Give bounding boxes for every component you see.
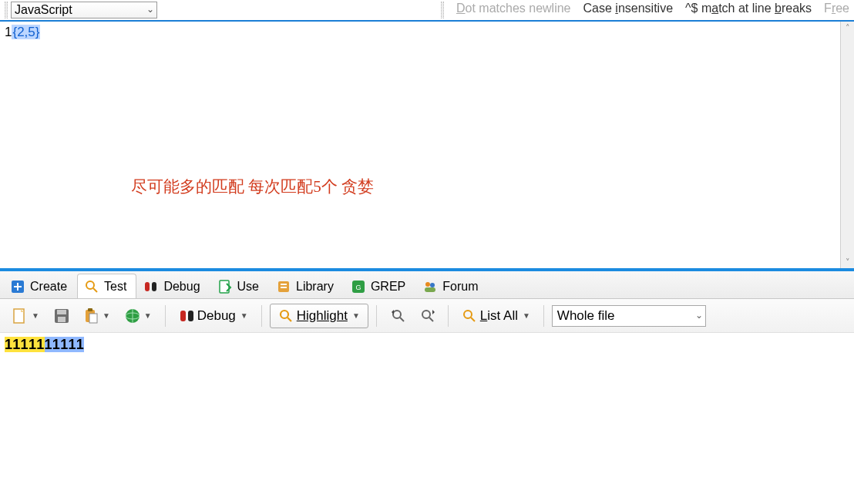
svg-rect-24 [180, 311, 186, 321]
svg-rect-16 [57, 310, 66, 314]
chevron-down-icon: ▼ [523, 311, 530, 320]
regex-options-bar: JavaScript ⌄ Dot matches newline Case in… [0, 0, 854, 20]
svg-rect-20 [89, 314, 97, 323]
people-icon [422, 279, 438, 294]
test-toolbar: ▼ ▼ ▼ Debug ▼ Highlight ▼ [0, 299, 854, 333]
svg-line-29 [400, 318, 404, 321]
chevron-down-icon: ▼ [144, 311, 152, 320]
create-icon [10, 279, 25, 294]
new-file-button[interactable]: ▼ [6, 304, 45, 328]
tab-debug[interactable]: Debug [136, 274, 210, 298]
regex-line: 1{2,5} [5, 25, 836, 40]
tab-test[interactable]: Test [77, 274, 136, 298]
opt-anchors-at-linebreaks[interactable]: ^$ match at line breaks [685, 2, 812, 18]
tab-use-label: Use [237, 280, 259, 294]
tab-debug-label: Debug [163, 280, 200, 294]
chevron-down-icon: ▼ [352, 311, 360, 320]
chevron-down-icon: ⌄ [146, 4, 154, 15]
svg-rect-19 [88, 308, 92, 311]
svg-point-32 [464, 311, 472, 318]
library-icon [276, 279, 291, 294]
flavor-select[interactable]: JavaScript ⌄ [11, 2, 157, 18]
svg-rect-13 [425, 287, 435, 292]
separator [543, 305, 544, 327]
paste-button[interactable]: ▼ [77, 304, 116, 328]
regex-editor-wrapper: 1{2,5} 尽可能多的匹配 每次匹配5个 贪婪 ˄ ˅ [0, 20, 854, 268]
regex-editor[interactable]: 1{2,5} 尽可能多的匹配 每次匹配5个 贪婪 [0, 22, 840, 268]
separator [261, 305, 262, 327]
search-right-icon [419, 308, 435, 324]
regex-quantifier: {2,5} [12, 25, 40, 39]
grip[interactable] [441, 2, 444, 18]
scroll-up-icon[interactable]: ˄ [842, 22, 854, 34]
svg-rect-3 [145, 282, 150, 291]
tab-create[interactable]: Create [3, 274, 77, 298]
svg-rect-7 [281, 284, 287, 285]
svg-point-11 [425, 282, 430, 287]
search-icon [84, 279, 99, 294]
scope-value: Whole file [557, 308, 615, 324]
svg-line-31 [429, 318, 433, 321]
list-all-button[interactable]: List All ▼ [456, 304, 536, 328]
tab-use[interactable]: Use [210, 274, 269, 298]
search-left-icon [390, 308, 405, 324]
chevron-down-icon: ▼ [240, 311, 248, 320]
highlight-label: Highlight [297, 308, 348, 324]
find-next-button[interactable] [414, 304, 440, 328]
tab-library[interactable]: Library [269, 274, 344, 298]
scroll-down-icon[interactable]: ˅ [842, 256, 854, 268]
globe-icon [124, 308, 140, 324]
highlight-button[interactable]: Highlight ▼ [270, 304, 368, 328]
save-button[interactable] [48, 304, 74, 328]
chevron-down-icon: ▼ [32, 311, 39, 320]
web-button[interactable]: ▼ [119, 304, 157, 328]
svg-rect-8 [281, 287, 287, 288]
svg-point-30 [422, 311, 430, 318]
tab-grep-label: GREP [371, 280, 405, 294]
svg-rect-25 [188, 311, 193, 321]
tab-grep[interactable]: G GREP [344, 274, 415, 298]
separator [376, 305, 377, 327]
separator [448, 305, 449, 327]
chevron-down-icon: ▼ [103, 311, 110, 320]
svg-line-2 [93, 288, 97, 292]
grep-icon: G [351, 279, 366, 294]
svg-point-1 [86, 281, 94, 289]
svg-rect-4 [152, 282, 156, 291]
tab-forum[interactable]: Forum [415, 274, 488, 298]
tab-create-label: Create [30, 280, 67, 294]
svg-point-26 [281, 311, 288, 318]
annotation-text: 尽可能多的匹配 每次匹配5个 贪婪 [131, 176, 374, 197]
bug-icon [179, 308, 194, 324]
opt-case-insensitive[interactable]: Case insensitive [583, 2, 674, 18]
svg-line-27 [287, 318, 291, 321]
separator [165, 305, 166, 327]
opt-dot-matches-newline[interactable]: Dot matches newline [456, 2, 571, 18]
svg-rect-17 [58, 317, 66, 322]
main-tabs: Create Test Debug Use Library G GREP Fo [0, 271, 854, 299]
match-2: 11111 [45, 337, 85, 352]
chevron-down-icon: ⌄ [695, 310, 703, 321]
scope-select[interactable]: Whole file ⌄ [552, 305, 706, 327]
svg-point-28 [393, 311, 401, 318]
find-prev-button[interactable] [385, 304, 411, 328]
opt-free-spacing[interactable]: Free [824, 2, 849, 18]
floppy-icon [53, 308, 69, 324]
tab-library-label: Library [296, 280, 334, 294]
debug-label: Debug [197, 308, 236, 324]
debug-button[interactable]: Debug ▼ [173, 304, 254, 328]
tab-test-label: Test [104, 280, 126, 294]
grip[interactable] [5, 2, 8, 18]
svg-text:G: G [355, 284, 361, 291]
vertical-scrollbar[interactable]: ˄ ˅ [840, 22, 854, 268]
regex-option-flags: Dot matches newline Case insensitive ^$ … [441, 2, 849, 18]
use-icon [217, 279, 233, 294]
tab-forum-label: Forum [442, 280, 478, 294]
svg-line-33 [471, 318, 475, 321]
clipboard-icon [82, 308, 98, 324]
search-icon [462, 308, 477, 324]
flavor-value: JavaScript [15, 3, 72, 17]
match-1: 11111 [5, 337, 45, 352]
list-all-label: List All [480, 308, 518, 324]
test-subject-editor[interactable]: 1111111111 [0, 333, 854, 356]
